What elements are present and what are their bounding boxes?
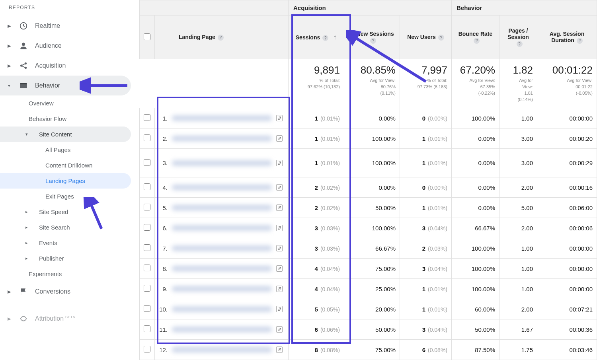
table-row[interactable]: 2.1(0.01%)100.00%1(0.01%)0.00%3.0000:00:… bbox=[140, 128, 597, 149]
landing-page-cell[interactable]: 11. bbox=[159, 326, 284, 333]
sidebar-item-behavior[interactable]: ▾ Behavior bbox=[0, 76, 131, 95]
sidebar-item-landing-pages[interactable]: Landing Pages bbox=[0, 173, 131, 189]
cell-new-sessions-pct: 0.00% bbox=[344, 108, 400, 128]
table-row[interactable]: 3.1(0.01%)100.00%1(0.01%)0.00%3.0000:00:… bbox=[140, 149, 597, 177]
sidebar-item-behavior-flow[interactable]: Behavior Flow bbox=[0, 111, 131, 127]
landing-page-cell[interactable]: 1. bbox=[159, 115, 284, 122]
select-all-checkbox[interactable] bbox=[144, 33, 150, 40]
help-icon[interactable]: ? bbox=[218, 35, 224, 41]
col-new-sessions-pct[interactable]: % New Sessions? bbox=[344, 16, 400, 59]
landing-page-link[interactable] bbox=[172, 286, 271, 292]
landing-page-link[interactable] bbox=[172, 115, 271, 121]
col-pages-per-session[interactable]: Pages / Session? bbox=[499, 16, 537, 59]
landing-page-cell[interactable]: 2. bbox=[159, 135, 284, 142]
row-checkbox[interactable] bbox=[144, 265, 150, 271]
row-checkbox[interactable] bbox=[144, 204, 150, 210]
cell-duration: 00:00:00 bbox=[537, 259, 597, 279]
sidebar-item-events[interactable]: ▸ Events bbox=[0, 235, 131, 251]
open-external-icon[interactable] bbox=[276, 286, 283, 292]
col-new-users[interactable]: New Users? bbox=[400, 16, 451, 59]
open-external-icon[interactable] bbox=[276, 115, 283, 121]
landing-page-link[interactable] bbox=[172, 185, 271, 190]
open-external-icon[interactable] bbox=[276, 225, 283, 231]
cell-new-users: 0(0.00%) bbox=[400, 177, 451, 198]
row-checkbox[interactable] bbox=[144, 346, 150, 352]
sidebar-item-experiments[interactable]: Experiments bbox=[0, 266, 131, 282]
sidebar-item-content-drilldown[interactable]: Content Drilldown bbox=[0, 158, 131, 173]
col-landing-page[interactable]: Landing Page? bbox=[155, 16, 289, 59]
landing-page-cell[interactable]: 4. bbox=[159, 184, 284, 191]
landing-page-link[interactable] bbox=[172, 347, 271, 352]
sidebar-item-publisher[interactable]: ▸ Publisher bbox=[0, 251, 131, 266]
table-row[interactable]: 5.2(0.02%)50.00%1(0.01%)0.00%5.0000:06:0… bbox=[140, 198, 597, 218]
open-external-icon[interactable] bbox=[276, 245, 283, 251]
sidebar-item-site-search[interactable]: ▸ Site Search bbox=[0, 220, 131, 235]
sidebar-item-acquisition[interactable]: ▶ Acquisition bbox=[0, 56, 131, 76]
landing-page-cell[interactable]: 3. bbox=[159, 160, 284, 166]
row-checkbox[interactable] bbox=[144, 183, 150, 190]
help-icon[interactable]: ? bbox=[438, 35, 444, 41]
sidebar-item-all-pages[interactable]: All Pages bbox=[0, 142, 131, 158]
open-external-icon[interactable] bbox=[276, 160, 283, 166]
landing-page-cell[interactable]: 9. bbox=[159, 286, 284, 292]
landing-page-cell[interactable]: 12. bbox=[159, 346, 284, 353]
landing-page-link[interactable] bbox=[172, 245, 271, 251]
landing-page-cell[interactable]: 6. bbox=[159, 225, 284, 232]
sidebar-item-label: Behavior Flow bbox=[29, 115, 66, 122]
row-checkbox[interactable] bbox=[144, 159, 150, 166]
open-external-icon[interactable] bbox=[276, 306, 283, 312]
sidebar-item-label: Site Search bbox=[39, 224, 70, 231]
help-icon[interactable]: ? bbox=[517, 41, 523, 47]
row-checkbox[interactable] bbox=[144, 244, 150, 251]
open-external-icon[interactable] bbox=[276, 346, 283, 353]
col-sessions[interactable]: Sessions? ↑ bbox=[288, 16, 344, 59]
landing-page-link[interactable] bbox=[172, 205, 271, 210]
row-checkbox[interactable] bbox=[144, 114, 150, 121]
col-avg-session-duration[interactable]: Avg. Session Duration? bbox=[537, 16, 597, 59]
row-checkbox[interactable] bbox=[144, 305, 150, 312]
row-checkbox[interactable] bbox=[144, 224, 150, 231]
landing-page-link[interactable] bbox=[172, 160, 271, 166]
sidebar-item-conversions[interactable]: ▶ Conversions bbox=[0, 282, 131, 302]
help-icon[interactable]: ? bbox=[370, 38, 376, 44]
sidebar-item-site-speed[interactable]: ▸ Site Speed bbox=[0, 204, 131, 220]
sidebar-item-overview[interactable]: Overview bbox=[0, 95, 131, 111]
landing-page-link[interactable] bbox=[172, 136, 271, 141]
table-row[interactable]: 4.2(0.02%)0.00%0(0.00%)0.00%2.0000:00:16 bbox=[140, 177, 597, 198]
landing-page-cell[interactable]: 8. bbox=[159, 265, 284, 272]
sidebar-item-exit-pages[interactable]: Exit Pages bbox=[0, 189, 131, 204]
landing-page-link[interactable] bbox=[172, 327, 271, 332]
sidebar-item-realtime[interactable]: ▶ Realtime bbox=[0, 16, 131, 36]
open-external-icon[interactable] bbox=[276, 326, 283, 333]
table-row[interactable]: 11.6(0.06%)50.00%3(0.04%)50.00%1.6700:00… bbox=[140, 319, 597, 340]
help-icon[interactable]: ? bbox=[474, 38, 480, 44]
landing-page-cell[interactable]: 5. bbox=[159, 204, 284, 211]
open-external-icon[interactable] bbox=[276, 204, 283, 211]
landing-page-link[interactable] bbox=[172, 225, 271, 231]
col-bounce-rate[interactable]: Bounce Rate? bbox=[452, 16, 499, 59]
landing-page-cell[interactable]: 10. bbox=[159, 306, 284, 313]
sidebar-item-attribution[interactable]: ▶ AttributionBETA bbox=[0, 309, 131, 329]
row-checkbox[interactable] bbox=[144, 134, 150, 141]
landing-page-link[interactable] bbox=[172, 266, 271, 271]
open-external-icon[interactable] bbox=[276, 135, 283, 142]
sidebar-item-audience[interactable]: ▶ Audience bbox=[0, 36, 131, 56]
table-row[interactable]: 12.8(0.08%)75.00%6(0.08%)87.50%1.7500:03… bbox=[140, 340, 597, 360]
landing-page-link[interactable] bbox=[172, 306, 271, 312]
sidebar-item-site-content[interactable]: ▾ Site Content bbox=[0, 127, 131, 142]
table-row[interactable]: 10.5(0.05%)20.00%1(0.01%)60.00%2.0000:07… bbox=[140, 299, 597, 319]
table-row[interactable]: 6.3(0.03%)100.00%3(0.04%)66.67%2.0000:00… bbox=[140, 218, 597, 238]
row-checkbox[interactable] bbox=[144, 285, 150, 292]
open-external-icon[interactable] bbox=[276, 184, 283, 191]
table-row[interactable]: 8.4(0.04%)75.00%3(0.04%)100.00%1.0000:00… bbox=[140, 259, 597, 279]
cell-bounce-rate: 0.00% bbox=[452, 149, 499, 177]
help-icon[interactable]: ? bbox=[322, 35, 328, 41]
landing-page-cell[interactable]: 7. bbox=[159, 245, 284, 252]
cell-pages-per-session: 1.00 bbox=[499, 279, 537, 299]
table-row[interactable]: 7.3(0.03%)66.67%2(0.03%)100.00%1.0000:00… bbox=[140, 238, 597, 259]
help-icon[interactable]: ? bbox=[577, 38, 583, 44]
open-external-icon[interactable] bbox=[276, 265, 283, 272]
table-row[interactable]: 9.4(0.04%)25.00%1(0.01%)100.00%1.0000:00… bbox=[140, 279, 597, 299]
row-checkbox[interactable] bbox=[144, 325, 150, 332]
table-row[interactable]: 1.1(0.01%)0.00%0(0.00%)100.00%1.0000:00:… bbox=[140, 108, 597, 128]
